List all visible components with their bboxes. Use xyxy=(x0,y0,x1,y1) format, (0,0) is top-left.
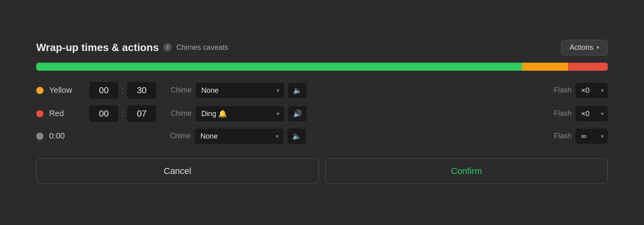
info-icon[interactable]: i xyxy=(163,43,171,51)
red-chime-select-wrapper: None Ding 🔔 Chime Bell ▾ xyxy=(196,106,284,121)
actions-chevron-icon: ▾ xyxy=(597,44,599,51)
red-dot xyxy=(36,110,43,117)
yellow-chime-select[interactable]: None Ding 🔔 Chime Bell xyxy=(196,83,284,98)
actions-label: Actions xyxy=(570,43,593,52)
yellow-sound-button[interactable]: 🔈 xyxy=(288,83,307,98)
yellow-row: Yellow : Chime None Ding 🔔 Chime Bell ▾ … xyxy=(36,82,608,99)
yellow-chime-select-wrapper: None Ding 🔔 Chime Bell ▾ xyxy=(196,83,284,98)
red-sound-button[interactable]: 🔊 xyxy=(288,106,307,121)
red-time-separator: : xyxy=(122,108,124,119)
red-row: Red : Chime None Ding 🔔 Chime Bell ▾ 🔊 F… xyxy=(36,105,608,122)
yellow-dot xyxy=(36,87,43,94)
zero-row: 0:00 Chime None Ding 🔔 Chime Bell ▾ 🔈 Fl… xyxy=(36,129,608,144)
zero-flash-select[interactable]: ×0 ×1 ×2 ×3 ∞ xyxy=(576,129,608,144)
confirm-button[interactable]: Confirm xyxy=(325,158,608,184)
wrap-up-panel: Wrap-up times & actions i Chimes caveats… xyxy=(12,25,632,200)
zero-flash-select-wrapper: ×0 ×1 ×2 ×3 ∞ ▾ xyxy=(576,129,608,144)
zero-flash-label: Flash xyxy=(554,132,572,140)
red-flash-select-wrapper: ×0 ×1 ×2 ×3 ∞ ▾ xyxy=(576,106,608,121)
button-row: Cancel Confirm xyxy=(36,158,608,184)
chimes-caveats-link[interactable]: Chimes caveats xyxy=(176,43,228,52)
zero-dot xyxy=(36,133,43,140)
header-row: Wrap-up times & actions i Chimes caveats… xyxy=(36,40,608,55)
progress-orange xyxy=(522,63,568,71)
red-time-seconds[interactable] xyxy=(127,105,156,122)
yellow-flash-select-wrapper: ×0 ×1 ×2 ×3 ∞ ▾ xyxy=(576,83,608,98)
zero-chime-select-wrapper: None Ding 🔔 Chime Bell ▾ xyxy=(195,129,283,144)
red-chime-label: Chime xyxy=(167,109,192,118)
progress-bar xyxy=(36,63,608,71)
red-chime-select[interactable]: None Ding 🔔 Chime Bell xyxy=(196,106,284,121)
red-flash-label: Flash xyxy=(554,109,572,118)
actions-button[interactable]: Actions ▾ xyxy=(561,40,608,55)
yellow-flash-label: Flash xyxy=(554,86,572,94)
zero-label: 0:00 xyxy=(49,131,89,141)
zero-chime-select[interactable]: None Ding 🔔 Chime Bell xyxy=(195,129,283,144)
yellow-chime-label: Chime xyxy=(167,86,192,94)
red-time-minutes[interactable] xyxy=(89,105,118,122)
panel-title: Wrap-up times & actions xyxy=(36,41,159,54)
progress-red xyxy=(568,63,608,71)
yellow-flash-select[interactable]: ×0 ×1 ×2 ×3 ∞ xyxy=(576,83,608,98)
progress-green xyxy=(36,63,522,71)
yellow-time-separator: : xyxy=(122,85,124,96)
red-flash-select[interactable]: ×0 ×1 ×2 ×3 ∞ xyxy=(576,106,608,121)
header-left: Wrap-up times & actions i Chimes caveats xyxy=(36,41,228,54)
zero-sound-button[interactable]: 🔈 xyxy=(287,129,306,144)
zero-chime-label: Chime xyxy=(167,132,191,140)
red-label: Red xyxy=(49,109,89,118)
yellow-time-minutes[interactable] xyxy=(89,82,118,99)
yellow-label: Yellow xyxy=(49,86,89,95)
yellow-time-seconds[interactable] xyxy=(127,82,156,99)
cancel-button[interactable]: Cancel xyxy=(36,158,319,184)
